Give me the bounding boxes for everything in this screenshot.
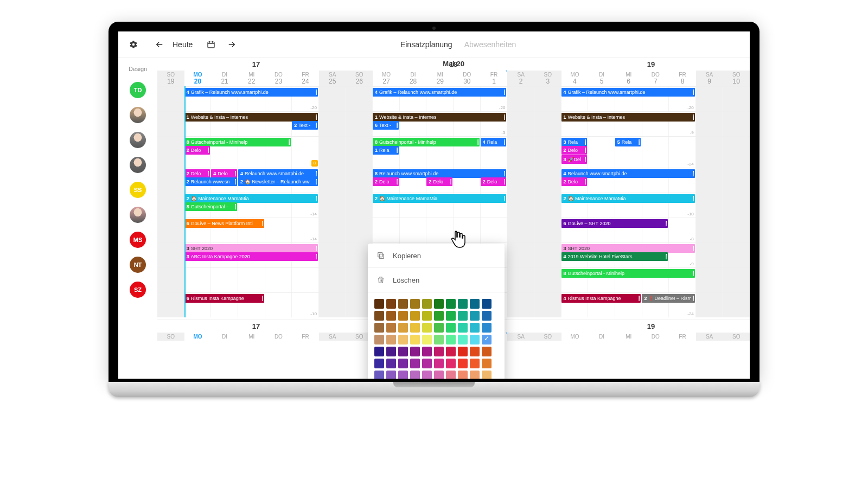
event-bar[interactable]: 2Relaunch www.sn	[184, 177, 237, 186]
color-swatch[interactable]	[470, 347, 480, 356]
color-swatch[interactable]	[446, 347, 456, 356]
color-swatch[interactable]	[470, 299, 480, 309]
day-cell[interactable]	[507, 268, 534, 292]
color-swatch[interactable]	[374, 335, 384, 344]
event-bar[interactable]: 1Website & Insta – Internes	[373, 113, 506, 122]
event-bar[interactable]: 2❗Deadline! – Risrr	[642, 294, 694, 303]
avatar[interactable]	[130, 157, 146, 173]
event-bar[interactable]: 4Grafik – Relaunch www.smartphi.de	[184, 88, 318, 97]
day-cell[interactable]	[157, 218, 184, 242]
color-swatch[interactable]	[458, 311, 468, 321]
day-cell[interactable]: -10	[292, 293, 319, 317]
day-cell[interactable]	[507, 87, 534, 111]
day-cell[interactable]	[346, 137, 373, 168]
color-swatch[interactable]	[446, 359, 456, 368]
event-bar[interactable]: 3SHT 2020	[184, 244, 318, 253]
color-swatch[interactable]	[374, 347, 384, 356]
event-bar[interactable]: 2🏠 Maintenance MamaMia	[373, 194, 506, 203]
color-swatch[interactable]	[422, 359, 432, 368]
day-cell[interactable]	[642, 137, 669, 168]
day-cell[interactable]	[696, 87, 723, 111]
color-swatch[interactable]	[434, 311, 444, 321]
color-swatch[interactable]	[434, 371, 444, 379]
day-cell[interactable]	[346, 168, 373, 193]
day-cell[interactable]	[723, 293, 750, 317]
day-cell[interactable]	[265, 293, 292, 317]
day-cell[interactable]	[534, 112, 561, 136]
avatar[interactable]	[130, 132, 146, 148]
color-swatch[interactable]	[482, 311, 492, 321]
color-swatch[interactable]	[470, 359, 480, 368]
color-swatch[interactable]	[470, 311, 480, 321]
event-bar[interactable]: 2Delo	[481, 177, 507, 186]
event-bar[interactable]: 4Rela	[481, 138, 507, 146]
event-bar[interactable]: 3ABC Insta Kampagne 2020	[184, 252, 318, 261]
color-swatch[interactable]	[410, 335, 420, 344]
event-bar[interactable]: 8Gutscheinportal - Minihelp	[561, 269, 695, 278]
color-swatch[interactable]	[482, 299, 492, 309]
event-bar[interactable]: 42019 Website Hotel FiveStars	[561, 252, 668, 261]
event-bar[interactable]: 4Delo	[211, 169, 237, 178]
day-cell[interactable]	[507, 218, 534, 242]
color-swatch[interactable]	[434, 323, 444, 333]
color-swatch[interactable]	[410, 359, 420, 368]
menu-copy[interactable]: Kopieren	[368, 244, 505, 268]
color-swatch[interactable]	[482, 323, 492, 333]
color-swatch[interactable]	[386, 359, 396, 368]
color-swatch[interactable]	[458, 347, 468, 356]
day-cell[interactable]: -24	[669, 137, 696, 168]
day-cell[interactable]	[400, 218, 427, 242]
day-cell[interactable]: -8	[669, 218, 696, 242]
day-cell[interactable]	[157, 293, 184, 317]
day-cell[interactable]	[157, 87, 184, 111]
day-cell[interactable]	[265, 218, 292, 242]
day-cell[interactable]	[696, 193, 723, 218]
event-bar[interactable]: 4Relaunch www.smartphi.de	[561, 169, 695, 178]
day-cell[interactable]	[723, 87, 750, 111]
color-swatch[interactable]	[374, 299, 384, 309]
tab-einsatzplanung[interactable]: Einsatzplanung	[400, 40, 452, 49]
day-cell[interactable]	[157, 112, 184, 136]
event-bar[interactable]: 4Rismus Insta Kampagne	[561, 294, 641, 303]
color-swatch[interactable]	[386, 311, 396, 321]
day-cell[interactable]	[157, 243, 184, 267]
day-cell[interactable]	[723, 268, 750, 292]
day-cell[interactable]	[696, 112, 723, 136]
avatar[interactable]: MS	[130, 232, 146, 248]
day-cell[interactable]	[157, 137, 184, 168]
day-cell[interactable]	[696, 168, 723, 193]
color-swatch[interactable]	[410, 347, 420, 356]
calendar-main[interactable]: 171819 Mai 20 SO19MO20DI21MI22DO23FR24SA…	[157, 58, 750, 379]
day-cell[interactable]	[319, 293, 346, 317]
event-bar[interactable]: 3🚀Del	[561, 155, 588, 164]
day-cell[interactable]	[534, 293, 561, 317]
event-bar[interactable]: 5Rela	[615, 138, 641, 146]
day-cell[interactable]	[426, 218, 454, 242]
avatar[interactable]: SZ	[130, 282, 146, 298]
event-bar[interactable]: 1Rela	[373, 146, 399, 155]
event-bar[interactable]: 2Delo	[184, 146, 210, 155]
color-swatch[interactable]	[374, 311, 384, 321]
prev-button[interactable]	[152, 37, 167, 52]
event-bar[interactable]: 1Website & Insta – Internes	[561, 113, 695, 122]
color-swatch[interactable]	[398, 371, 408, 379]
day-cell[interactable]	[696, 268, 723, 292]
day-cell[interactable]	[238, 268, 265, 292]
color-swatch[interactable]	[386, 347, 396, 356]
tab-abwesenheiten[interactable]: Abwesenheiten	[464, 40, 516, 49]
color-swatch[interactable]	[470, 371, 480, 379]
color-swatch[interactable]	[446, 299, 456, 309]
event-bar[interactable]: 1Website & Insta – Internes	[184, 113, 318, 122]
overflow-badge[interactable]: 8	[311, 160, 318, 167]
event-bar[interactable]: 2🏠 Maintenance MamaMia	[561, 194, 695, 203]
day-cell[interactable]	[696, 243, 723, 267]
color-swatch[interactable]	[482, 371, 492, 379]
day-cell[interactable]	[346, 218, 373, 242]
day-cell[interactable]	[157, 268, 184, 292]
day-cell[interactable]	[507, 168, 534, 193]
color-swatch[interactable]	[374, 371, 384, 379]
event-bar[interactable]: 2Text -	[292, 121, 318, 130]
day-cell[interactable]	[265, 268, 292, 292]
color-swatch[interactable]	[434, 335, 444, 344]
day-cell[interactable]	[534, 218, 561, 242]
